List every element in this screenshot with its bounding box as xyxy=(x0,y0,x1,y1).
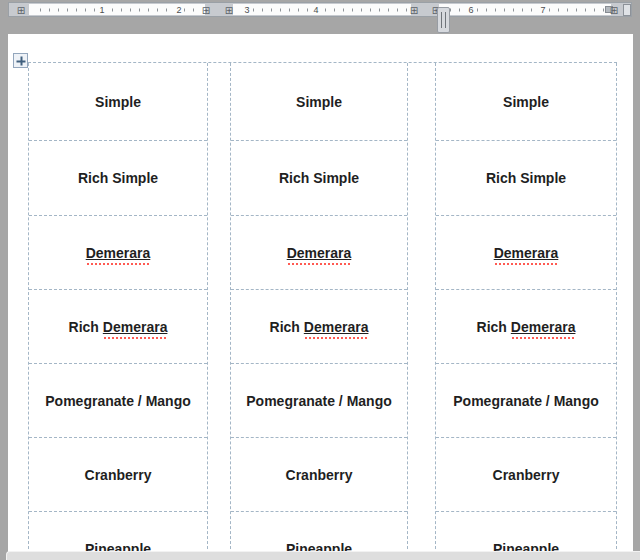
label-text: Rich xyxy=(270,319,304,335)
label-text: Rich Simple xyxy=(279,170,359,186)
label-text-misspelled: Demerara xyxy=(287,245,352,261)
label-cell[interactable]: Pineapple xyxy=(231,512,407,554)
label-text-misspelled: Demerara xyxy=(511,319,576,335)
label-text: Rich Simple xyxy=(486,170,566,186)
label-text: Simple xyxy=(95,94,141,110)
table-column-marker-icon[interactable]: ⊞ xyxy=(17,5,25,14)
label-text-misspelled: Demerara xyxy=(103,319,168,335)
document-page[interactable]: SimpleRich SimpleDemeraraRich DemeraraPo… xyxy=(8,34,633,560)
label-column: SimpleRich SimpleDemeraraRich DemeraraPo… xyxy=(230,63,408,554)
ruler-ticks xyxy=(236,8,408,11)
label-column: SimpleRich SimpleDemeraraRich DemeraraPo… xyxy=(28,63,208,554)
label-text: Simple xyxy=(503,94,549,110)
table-column-marker-icon[interactable]: ⊞ xyxy=(610,5,618,14)
label-cell[interactable]: Rich Demerara xyxy=(29,290,207,364)
label-text: Cranberry xyxy=(85,467,152,483)
label-cell[interactable]: Rich Simple xyxy=(436,141,616,216)
label-text-misspelled: Demerara xyxy=(494,245,559,261)
horizontal-scrollbar[interactable] xyxy=(6,551,640,560)
label-text-misspelled: Demerara xyxy=(304,319,369,335)
label-cell[interactable]: Rich Demerara xyxy=(436,290,616,364)
label-cell[interactable]: Pomegranate / Mango xyxy=(29,364,207,438)
label-text-misspelled: Demerara xyxy=(86,245,151,261)
label-text: Rich xyxy=(477,319,511,335)
ruler-toggle-button[interactable] xyxy=(623,4,631,16)
label-cell[interactable]: Cranberry xyxy=(29,438,207,512)
ruler-segment xyxy=(439,4,611,15)
label-cell[interactable]: Rich Simple xyxy=(29,141,207,216)
word-document-view: { "app": { "name": "word-label-document"… xyxy=(0,0,640,560)
ruler-number: 4 xyxy=(311,5,320,15)
label-text: Rich xyxy=(69,319,103,335)
label-cell[interactable]: Rich Simple xyxy=(231,141,407,216)
label-cell[interactable]: Demerara xyxy=(436,216,616,290)
labels-table: SimpleRich SimpleDemeraraRich DemeraraPo… xyxy=(28,62,617,554)
table-move-handle[interactable] xyxy=(13,53,28,68)
ruler-number: 3 xyxy=(242,5,251,15)
label-text: Pomegranate / Mango xyxy=(453,393,598,409)
label-text: Rich Simple xyxy=(78,170,158,186)
horizontal-ruler[interactable]: 123467⊞⊞⊞⊞⊞⊞ xyxy=(8,2,632,17)
label-column: SimpleRich SimpleDemeraraRich DemeraraPo… xyxy=(435,63,617,554)
label-text: Cranberry xyxy=(286,467,353,483)
table-column-marker-icon[interactable]: ⊞ xyxy=(225,5,233,14)
table-column-marker-icon[interactable]: ⊞ xyxy=(410,5,418,14)
ruler-number: 2 xyxy=(174,5,183,15)
label-cell[interactable]: Rich Demerara xyxy=(231,290,407,364)
column-resize-cursor xyxy=(437,7,450,33)
label-cell[interactable]: Simple xyxy=(436,63,616,141)
label-text: Cranberry xyxy=(493,467,560,483)
ruler-number: 7 xyxy=(538,5,547,15)
label-cell[interactable]: Pineapple xyxy=(29,512,207,554)
label-cell[interactable]: Demerara xyxy=(29,216,207,290)
label-cell[interactable]: Demerara xyxy=(231,216,407,290)
label-cell[interactable]: Simple xyxy=(29,63,207,141)
label-text: Pomegranate / Mango xyxy=(45,393,190,409)
label-cell[interactable]: Simple xyxy=(231,63,407,141)
label-cell[interactable]: Pomegranate / Mango xyxy=(436,364,616,438)
ruler-number: 6 xyxy=(466,5,475,15)
label-text: Simple xyxy=(296,94,342,110)
table-column-marker-icon[interactable]: ⊞ xyxy=(202,5,210,14)
ruler-segment xyxy=(233,4,411,15)
label-text: Pomegranate / Mango xyxy=(246,393,391,409)
ruler-number: 1 xyxy=(97,5,106,15)
label-cell[interactable]: Cranberry xyxy=(231,438,407,512)
label-cell[interactable]: Cranberry xyxy=(436,438,616,512)
label-cell[interactable]: Pomegranate / Mango xyxy=(231,364,407,438)
label-cell[interactable]: Pineapple xyxy=(436,512,616,554)
move-icon xyxy=(16,56,25,65)
